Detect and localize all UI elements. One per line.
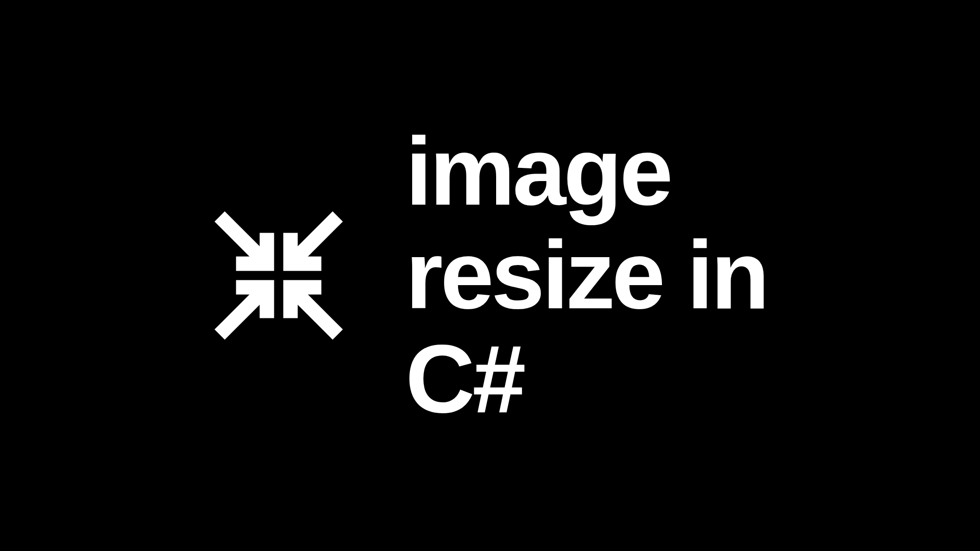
collapse-arrows-icon: [213, 210, 344, 341]
svg-line-3: [292, 289, 338, 335]
title-card: image resize in C#: [213, 120, 767, 432]
svg-line-2: [220, 289, 266, 335]
title-text: image resize in C#: [406, 120, 767, 432]
svg-line-1: [292, 216, 338, 262]
svg-line-0: [220, 216, 266, 262]
